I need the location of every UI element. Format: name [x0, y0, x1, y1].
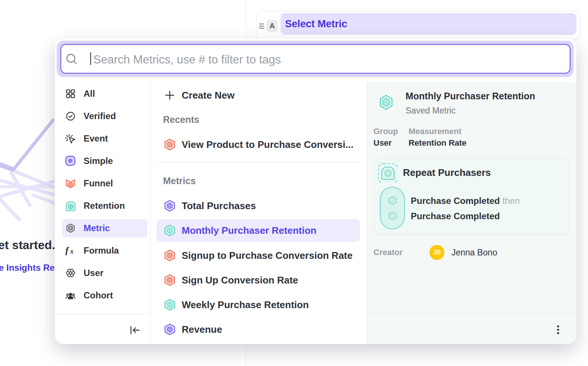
svg-text:f: f [66, 246, 69, 255]
svg-text:x: x [70, 248, 74, 255]
